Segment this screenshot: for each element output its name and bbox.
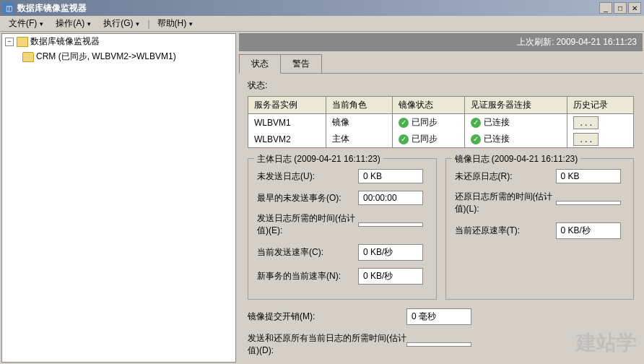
cell-server: WLBVM2 <box>248 131 326 148</box>
sendtime-value <box>358 222 423 227</box>
menu-help[interactable]: 帮助(H)▼ <box>152 16 200 31</box>
check-icon: ✓ <box>399 134 409 144</box>
restorerate-value: 0 KB/秒 <box>556 222 621 239</box>
status-label: 状态: <box>248 79 634 92</box>
cell-history: . . . <box>567 114 634 131</box>
cell-state: ✓已同步 <box>393 131 465 148</box>
table-row: WLBVM1 镜像 ✓已同步 ✓已连接 . . . <box>248 114 634 131</box>
col-state: 镜像状态 <box>393 97 465 114</box>
sendtime-label: 发送日志所需的时间(估计值)(E): <box>257 212 358 237</box>
titlebar: ◫ 数据库镜像监视器 _ □ ✕ <box>0 0 644 16</box>
col-witness: 见证服务器连接 <box>465 97 567 114</box>
minimize-button[interactable]: _ <box>599 2 612 14</box>
restoretime-value <box>556 201 621 205</box>
window-title: 数据库镜像监视器 <box>17 2 599 14</box>
tree-collapse-icon[interactable]: − <box>5 38 14 46</box>
oldest-tx-value: 00:00:00 <box>358 191 423 205</box>
menu-separator: | <box>147 19 149 29</box>
menu-execute[interactable]: 执行(G)▼ <box>97 16 146 31</box>
mirror-log-group: 镜像日志 (2009-04-21 16:11:23) 未还原日志(R): 0 K… <box>445 158 635 300</box>
sendrate-label: 当前发送速率(C): <box>257 246 358 259</box>
commit-overhead-label: 镜像提交开销(M): <box>248 311 406 323</box>
unsent-log-label: 未发送日志(U): <box>257 170 358 183</box>
maximize-button[interactable]: □ <box>614 2 627 14</box>
cell-role: 主体 <box>326 131 393 148</box>
restorerate-label: 当前还原速率(T): <box>455 225 556 237</box>
last-refresh-label: 上次刷新: <box>517 37 554 47</box>
col-role: 当前角色 <box>326 97 393 114</box>
check-icon: ✓ <box>399 118 409 128</box>
mirror-log-title: 镜像日志 (2009-04-21 16:11:23) <box>452 153 581 165</box>
tab-content: 状态: 服务器实例 当前角色 镜像状态 见证服务器连接 历史记录 WLBVM1 … <box>239 74 643 363</box>
window-controls: _ □ ✕ <box>599 2 641 14</box>
cell-witness: ✓已连接 <box>465 131 567 148</box>
tab-strip: 状态 警告 <box>239 54 643 74</box>
col-history: 历史记录 <box>567 97 634 114</box>
history-button[interactable]: . . . <box>573 133 599 146</box>
tree-item-crm[interactable]: CRM (已同步, WLBVM2->WLBVM1) <box>19 49 235 64</box>
status-table: 服务器实例 当前角色 镜像状态 见证服务器连接 历史记录 WLBVM1 镜像 ✓… <box>248 96 634 148</box>
folder-icon <box>17 37 28 47</box>
history-button[interactable]: . . . <box>573 116 599 129</box>
menubar: 文件(F)▼ 操作(A)▼ 执行(G)▼ | 帮助(H)▼ <box>0 16 644 32</box>
principal-log-group: 主体日志 (2009-04-21 16:11:23) 未发送日志(U): 0 K… <box>248 158 437 300</box>
last-refresh-bar: 上次刷新: 2009-04-21 16:11:23 <box>239 33 643 51</box>
newrate-label: 新事务的当前速率(N): <box>257 270 358 282</box>
unrestored-label: 未还原日志(R): <box>455 170 556 183</box>
unrestored-value: 0 KB <box>556 169 621 183</box>
col-server: 服务器实例 <box>248 97 326 114</box>
database-icon <box>22 52 34 62</box>
tab-warnings[interactable]: 警告 <box>280 54 322 73</box>
check-icon: ✓ <box>471 118 481 128</box>
app-icon: ◫ <box>3 2 14 14</box>
content-panel: 上次刷新: 2009-04-21 16:11:23 状态 警告 状态: 服务器实… <box>239 33 643 363</box>
newrate-value: 0 KB/秒 <box>358 268 423 285</box>
cell-history: . . . <box>567 131 634 148</box>
menu-action[interactable]: 操作(A)▼ <box>50 16 97 31</box>
commit-overhead-value: 0 毫秒 <box>406 308 471 325</box>
cell-role: 镜像 <box>326 114 393 131</box>
principal-log-title: 主体日志 (2009-04-21 16:11:23) <box>254 153 383 165</box>
cell-server: WLBVM1 <box>248 114 326 131</box>
oldest-tx-label: 最早的未发送事务(O): <box>257 192 358 204</box>
sendrestore-time-value <box>406 342 471 347</box>
close-button[interactable]: ✕ <box>628 2 641 14</box>
cell-witness: ✓已连接 <box>465 114 567 131</box>
restoretime-label: 还原日志所需的时间(估计值)(L): <box>455 191 556 215</box>
table-row: WLBVM2 主体 ✓已同步 ✓已连接 . . . <box>248 131 634 148</box>
sendrestore-time-label: 发送和还原所有当前日志的所需时间(估计值)(D): <box>248 332 406 357</box>
tree-root-label[interactable]: 数据库镜像监视器 <box>30 35 100 48</box>
sendrate-value: 0 KB/秒 <box>358 244 423 261</box>
tree-child-label[interactable]: CRM (已同步, WLBVM2->WLBVM1) <box>36 51 176 63</box>
tab-status[interactable]: 状态 <box>239 54 281 74</box>
bottom-fields: 镜像提交开销(M): 0 毫秒 发送和还原所有当前日志的所需时间(估计值)(D)… <box>248 308 634 363</box>
last-refresh-time: 2009-04-21 16:11:23 <box>557 37 637 47</box>
check-icon: ✓ <box>471 134 481 144</box>
cell-state: ✓已同步 <box>393 114 465 131</box>
tree-panel: − 数据库镜像监视器 CRM (已同步, WLBVM2->WLBVM1) <box>1 33 236 363</box>
tree-root[interactable]: − 数据库镜像监视器 <box>2 34 235 49</box>
menu-file[interactable]: 文件(F)▼ <box>3 16 50 31</box>
unsent-log-value: 0 KB <box>358 169 423 183</box>
